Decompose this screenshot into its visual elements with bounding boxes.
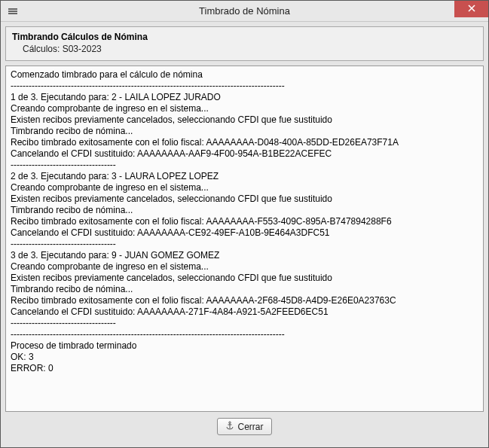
- header-sub-value: S03-2023: [63, 44, 102, 54]
- log-line: Existen recibos previamente cancelados, …: [11, 114, 478, 126]
- log-line: Cancelando el CFDI sustituido: AAAAAAAA-…: [11, 306, 478, 318]
- log-line: Timbrando recibo de nómina...: [11, 284, 478, 295]
- log-line: Existen recibos previamente cancelados, …: [11, 194, 478, 205]
- window-close-button[interactable]: [454, 1, 488, 17]
- log-line: ----------------------------------------…: [11, 329, 478, 340]
- log-line: Recibo timbrado exitosamente con el foli…: [11, 137, 478, 148]
- log-line: 1 de 3. Ejecutando para: 2 - LAILA LOPEZ…: [11, 92, 478, 103]
- dialog-content: Timbrando Cálculos de Nómina Cálculos: S…: [1, 22, 488, 447]
- log-line: Timbrando recibo de nómina...: [11, 205, 478, 216]
- svg-rect-2: [8, 13, 17, 14]
- log-line: Comenzado timbrado para el cálculo de nó…: [11, 69, 478, 81]
- window-title: Timbrado de Nómina: [1, 5, 488, 17]
- log-line: Cancelando el CFDI sustituido: AAAAAAAA-…: [11, 227, 478, 239]
- header-subtitle: Cálculos: S03-2023: [12, 44, 477, 54]
- close-icon: [468, 4, 475, 14]
- log-line: Existen recibos previamente cancelados, …: [11, 273, 478, 284]
- log-line: -----------------------------------: [11, 239, 478, 250]
- log-output: Comenzado timbrado para el cálculo de nó…: [5, 66, 484, 412]
- dialog-window: Timbrado de Nómina Timbrando Cálculos de…: [0, 0, 489, 448]
- anchor-icon: [225, 421, 234, 432]
- close-button-label: Cerrar: [237, 422, 263, 432]
- log-line: Recibo timbrado exitosamente con el foli…: [11, 216, 478, 227]
- log-line: Proceso de timbrado terminado: [11, 340, 478, 352]
- log-line: -----------------------------------: [11, 160, 478, 171]
- svg-rect-0: [8, 8, 17, 10]
- log-line: Creando comprobante de ingreso en el sis…: [11, 261, 478, 273]
- log-line: Creando comprobante de ingreso en el sis…: [11, 103, 478, 114]
- log-line: -----------------------------------: [11, 318, 478, 329]
- log-line: 2 de 3. Ejecutando para: 3 - LAURA LOPEZ…: [11, 171, 478, 182]
- log-line: Timbrando recibo de nómina...: [11, 126, 478, 137]
- log-line: ERROR: 0: [11, 363, 478, 374]
- app-icon: [7, 5, 19, 17]
- titlebar: Timbrado de Nómina: [1, 1, 488, 22]
- header-panel: Timbrando Cálculos de Nómina Cálculos: S…: [5, 26, 484, 61]
- header-title: Timbrando Cálculos de Nómina: [12, 32, 477, 42]
- footer-bar: Cerrar: [5, 412, 484, 443]
- svg-rect-1: [8, 11, 17, 12]
- log-line: ----------------------------------------…: [11, 81, 478, 92]
- log-line: Creando comprobante de ingreso en el sis…: [11, 182, 478, 194]
- header-sub-prefix: Cálculos:: [23, 44, 63, 54]
- log-line: 3 de 3. Ejecutando para: 9 - JUAN GOMEZ …: [11, 250, 478, 261]
- log-line: OK: 3: [11, 352, 478, 363]
- log-line: Cancelando el CFDI sustituido: AAAAAAAA-…: [11, 148, 478, 160]
- svg-point-5: [229, 422, 231, 423]
- close-button[interactable]: Cerrar: [217, 418, 271, 435]
- log-line: Recibo timbrado exitosamente con el foli…: [11, 295, 478, 306]
